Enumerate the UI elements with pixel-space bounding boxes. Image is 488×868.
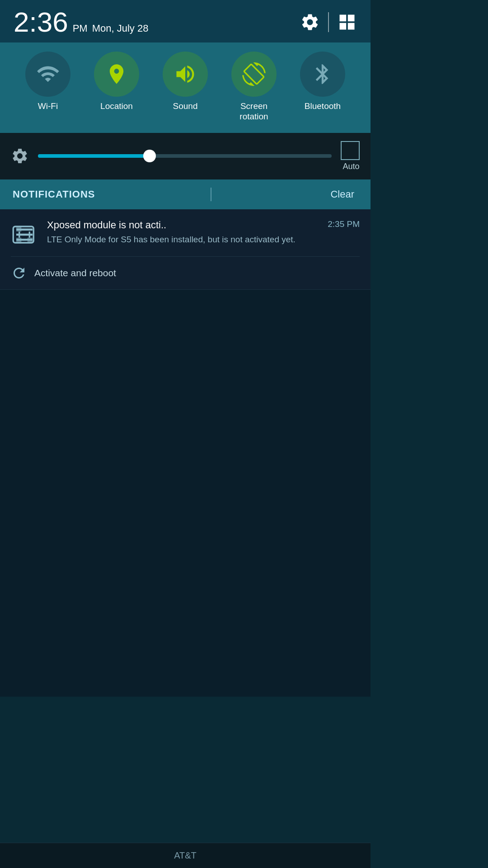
notification-body: LTE Only Mode for S5 has been installed,… <box>47 235 296 244</box>
settings-icon[interactable] <box>300 12 320 32</box>
location-icon <box>105 62 128 86</box>
carrier-name: AT&T <box>174 850 197 860</box>
bluetooth-label: Bluetooth <box>305 101 341 112</box>
clock-ampm: PM <box>73 23 88 34</box>
grid-icon[interactable] <box>337 12 357 32</box>
notification-title: Xposed module is not acti.. <box>47 219 328 231</box>
notifications-divider <box>211 188 211 201</box>
status-bar: 2:36 PM Mon, July 28 <box>0 0 371 42</box>
notifications-title: NOTIFICATIONS <box>13 189 95 200</box>
sound-circle <box>163 52 208 97</box>
carrier-footer: AT&T <box>0 843 371 868</box>
brightness-thumb <box>143 150 156 162</box>
screen-rotation-circle <box>231 52 277 97</box>
date-display: Mon, July 28 <box>92 23 149 34</box>
location-circle <box>94 52 139 97</box>
activate-reboot-action[interactable]: Activate and reboot <box>0 259 371 289</box>
status-icons <box>300 12 357 32</box>
bluetooth-icon <box>311 62 334 86</box>
notification-content: Xposed module is not acti.. 2:35 PM LTE … <box>47 219 360 246</box>
notification-title-row: Xposed module is not acti.. 2:35 PM <box>47 219 360 231</box>
reboot-icon <box>11 265 27 281</box>
notification-card: Xposed module is not acti.. 2:35 PM LTE … <box>0 209 371 290</box>
bluetooth-circle <box>300 52 345 97</box>
auto-brightness-checkbox[interactable] <box>341 141 360 160</box>
wifi-label: Wi-Fi <box>38 101 58 112</box>
toggle-row: Wi-Fi Location Sound <box>14 52 357 122</box>
brightness-gear-icon[interactable] <box>11 147 29 165</box>
notification-separator <box>11 256 360 257</box>
sound-toggle[interactable]: Sound <box>163 52 208 112</box>
status-left: 2:36 PM Mon, July 28 <box>14 8 148 36</box>
brightness-fill <box>38 154 150 158</box>
brightness-row: Auto <box>0 133 371 179</box>
clock-time: 2:36 <box>14 8 68 36</box>
location-label: Location <box>100 101 133 112</box>
sound-icon <box>174 62 197 86</box>
screen-rotation-icon <box>242 62 266 86</box>
sound-label: Sound <box>173 101 198 112</box>
empty-notification-area <box>0 290 371 697</box>
activate-reboot-label: Activate and reboot <box>34 268 116 278</box>
wifi-toggle[interactable]: Wi-Fi <box>25 52 70 112</box>
auto-brightness-section: Auto <box>341 141 360 171</box>
location-toggle[interactable]: Location <box>94 52 139 112</box>
quick-settings-panel: Wi-Fi Location Sound <box>0 42 371 133</box>
clear-notifications-button[interactable]: Clear <box>327 187 358 202</box>
notification-main: Xposed module is not acti.. 2:35 PM LTE … <box>0 209 371 255</box>
wifi-circle <box>25 52 70 97</box>
notification-time: 2:35 PM <box>328 219 360 229</box>
bluetooth-toggle[interactable]: Bluetooth <box>300 52 345 112</box>
notifications-header: NOTIFICATIONS Clear <box>0 179 371 209</box>
auto-brightness-label: Auto <box>343 162 359 171</box>
screen-rotation-toggle[interactable]: Screen rotation <box>231 52 277 122</box>
xposed-module-icon <box>12 222 37 247</box>
brightness-slider[interactable] <box>38 154 332 158</box>
notification-icon-box <box>11 221 38 248</box>
screen-rotation-label: Screen rotation <box>239 101 268 122</box>
status-divider <box>328 12 329 32</box>
wifi-icon <box>36 62 60 86</box>
